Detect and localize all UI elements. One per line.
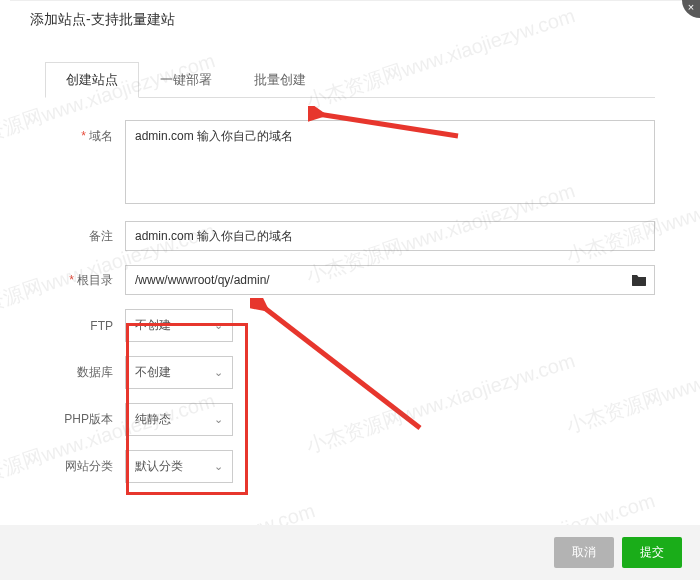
row-database: 数据库 不创建 ⌄ [45,356,655,389]
database-value: 不创建 [135,364,171,381]
category-value: 默认分类 [135,458,183,475]
chevron-down-icon: ⌄ [214,413,223,426]
footer: 取消 提交 [0,525,700,580]
tab-create-site[interactable]: 创建站点 [45,62,139,98]
root-input[interactable] [125,265,655,295]
tab-one-click-deploy[interactable]: 一键部署 [139,62,233,98]
cancel-button[interactable]: 取消 [554,537,614,568]
ftp-select[interactable]: 不创建 ⌄ [125,309,233,342]
php-select[interactable]: 纯静态 ⌄ [125,403,233,436]
label-ftp: FTP [45,319,125,333]
chevron-down-icon: ⌄ [214,366,223,379]
row-remark: 备注 [45,221,655,251]
tabs: 创建站点 一键部署 批量创建 [45,61,655,98]
row-category: 网站分类 默认分类 ⌄ [45,450,655,483]
row-php: PHP版本 纯静态 ⌄ [45,403,655,436]
label-remark: 备注 [45,228,125,245]
label-database: 数据库 [45,364,125,381]
domain-input[interactable]: admin.com 输入你自己的域名 [125,120,655,204]
chevron-down-icon: ⌄ [214,319,223,332]
php-value: 纯静态 [135,411,171,428]
chevron-down-icon: ⌄ [214,460,223,473]
dialog-content: 创建站点 一键部署 批量创建 *域名 admin.com 输入你自己的域名 备注… [10,41,690,507]
label-domain: *域名 [45,120,125,145]
label-root: *根目录 [45,272,125,289]
dialog-title: 添加站点-支持批量建站 [10,1,690,41]
ftp-value: 不创建 [135,317,171,334]
category-select[interactable]: 默认分类 ⌄ [125,450,233,483]
row-domain: *域名 admin.com 输入你自己的域名 [45,120,655,207]
dialog: 添加站点-支持批量建站 创建站点 一键部署 批量创建 *域名 admin.com… [10,0,690,507]
label-category: 网站分类 [45,458,125,475]
submit-button[interactable]: 提交 [622,537,682,568]
remark-input[interactable] [125,221,655,251]
tab-batch-create[interactable]: 批量创建 [233,62,327,98]
database-select[interactable]: 不创建 ⌄ [125,356,233,389]
row-root: *根目录 [45,265,655,295]
folder-icon[interactable] [631,273,647,287]
row-ftp: FTP 不创建 ⌄ [45,309,655,342]
label-php: PHP版本 [45,411,125,428]
